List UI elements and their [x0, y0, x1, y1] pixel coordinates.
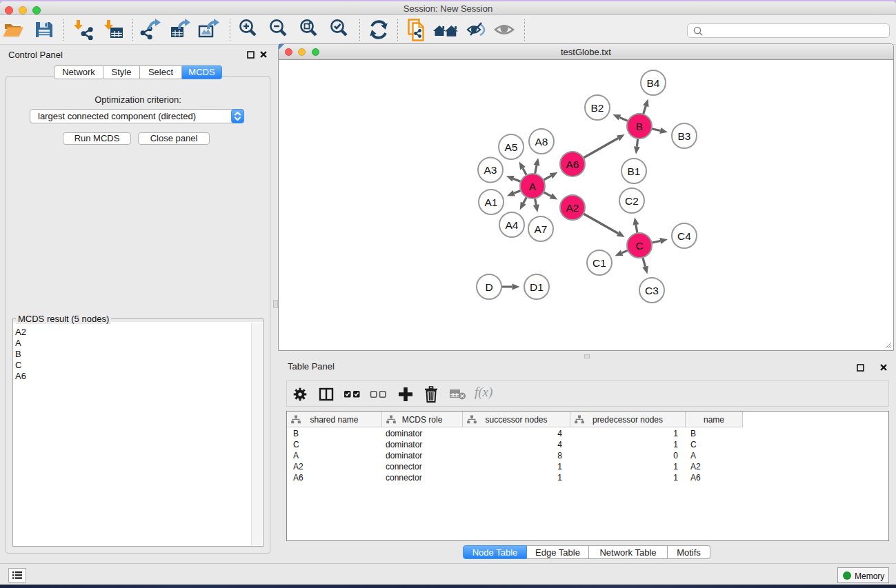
svg-text:C4: C4	[677, 230, 691, 242]
svg-text:A4: A4	[506, 219, 519, 231]
svg-text:A3: A3	[484, 164, 497, 176]
svg-text:B1: B1	[628, 165, 641, 177]
svg-text:D1: D1	[530, 281, 544, 293]
svg-text:B4: B4	[647, 77, 660, 89]
svg-text:C2: C2	[625, 195, 639, 207]
svg-text:A2: A2	[566, 202, 579, 214]
svg-text:C: C	[635, 240, 643, 252]
svg-text:C3: C3	[645, 285, 659, 296]
svg-text:A: A	[529, 181, 537, 192]
svg-text:C1: C1	[593, 257, 606, 269]
svg-text:A5: A5	[505, 141, 518, 153]
svg-text:A6: A6	[566, 159, 579, 170]
svg-text:B3: B3	[678, 130, 691, 142]
svg-text:A7: A7	[535, 223, 548, 235]
svg-text:A8: A8	[535, 136, 548, 148]
svg-text:A1: A1	[485, 196, 498, 208]
svg-text:D: D	[485, 281, 492, 293]
svg-text:B2: B2	[591, 102, 604, 114]
svg-text:B: B	[636, 121, 643, 132]
